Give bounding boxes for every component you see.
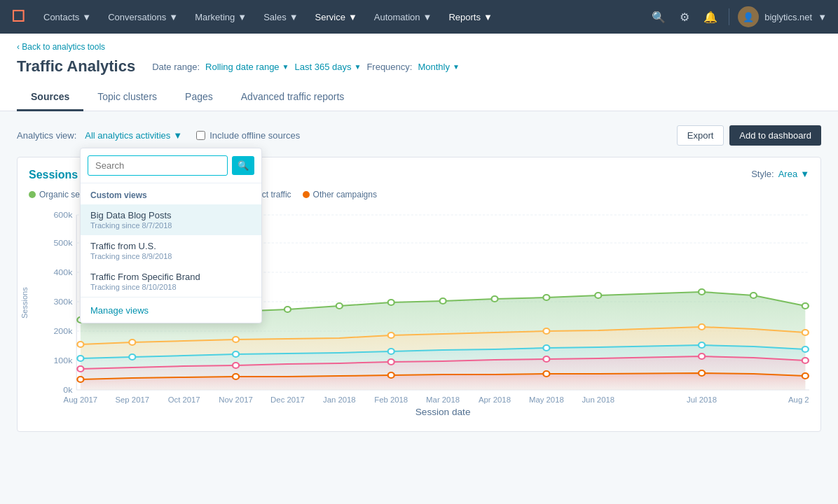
dropdown-item-brand-traffic[interactable]: Traffic From Specific Brand Tracking sin…	[81, 266, 261, 297]
svg-point-58	[699, 370, 705, 376]
page-title: Traffic Analytics	[17, 57, 135, 76]
chevron-down-icon: ▼	[173, 130, 182, 141]
svg-text:Aug 2018: Aug 2018	[788, 396, 809, 404]
svg-point-45	[802, 346, 809, 352]
svg-point-51	[699, 354, 705, 359]
svg-point-59	[802, 373, 809, 379]
hubspot-logo[interactable]: ☐	[11, 8, 25, 26]
svg-point-27	[699, 289, 705, 295]
nav-divider	[729, 8, 729, 25]
svg-point-24	[491, 296, 497, 302]
svg-point-47	[77, 366, 83, 372]
svg-text:Jul 2018: Jul 2018	[687, 396, 717, 404]
tab-advanced[interactable]: Advanced traffic reports	[227, 84, 359, 111]
add-to-dashboard-button[interactable]: Add to dashboard	[729, 125, 821, 146]
nav-marketing[interactable]: Marketing ▼	[188, 8, 254, 27]
tab-pages[interactable]: Pages	[171, 84, 227, 111]
subheader: Back to analytics tools Traffic Analytic…	[0, 34, 838, 111]
svg-text:Dec 2017: Dec 2017	[270, 396, 305, 404]
svg-point-23	[440, 298, 446, 304]
settings-icon[interactable]: ⚙	[677, 8, 692, 27]
nav-automation[interactable]: Automation ▼	[367, 8, 439, 27]
svg-text:0k: 0k	[63, 386, 72, 394]
svg-point-39	[77, 356, 83, 361]
svg-point-28	[750, 293, 757, 298]
svg-point-35	[543, 328, 549, 334]
svg-text:Jan 2018: Jan 2018	[323, 396, 356, 404]
svg-text:400k: 400k	[53, 268, 72, 276]
style-selector: Style: Area ▼	[751, 169, 809, 179]
filter-row: Date range: Rolling date range ▼ Last 36…	[152, 62, 460, 72]
manage-views-link[interactable]: Manage views	[90, 305, 149, 316]
svg-point-54	[77, 377, 83, 382]
svg-text:Oct 2017: Oct 2017	[168, 396, 200, 404]
tab-sources[interactable]: Sources	[17, 84, 83, 111]
tabs: Sources Topic clusters Pages Advanced tr…	[17, 84, 821, 111]
top-navigation: ☐ Contacts ▼ Conversations ▼ Marketing ▼…	[0, 0, 838, 34]
svg-point-48	[233, 363, 239, 368]
svg-text:Sep 2017: Sep 2017	[115, 396, 149, 404]
analytics-actions: Export Add to dashboard	[677, 125, 821, 146]
legend-other-campaigns: Other campaigns	[303, 190, 377, 200]
search-input[interactable]	[88, 155, 228, 176]
user-menu[interactable]: 👤 biglytics.net ▼	[738, 6, 827, 27]
analytics-bar: Analytics view: All analytics activities…	[17, 125, 821, 146]
svg-point-33	[233, 337, 239, 342]
avatar: 👤	[738, 6, 759, 27]
dropdown-footer: Manage views	[81, 297, 261, 323]
svg-text:Nov 2017: Nov 2017	[219, 396, 253, 404]
breadcrumb[interactable]: Back to analytics tools	[17, 42, 821, 52]
export-button[interactable]: Export	[677, 125, 724, 146]
search-icon[interactable]: 🔍	[232, 156, 254, 175]
svg-point-32	[129, 340, 135, 345]
search-icon[interactable]: 🔍	[649, 8, 668, 27]
svg-text:Mar 2018: Mar 2018	[426, 396, 460, 404]
nav-reports[interactable]: Reports ▼	[441, 8, 499, 27]
svg-point-26	[595, 293, 601, 298]
nav-conversations[interactable]: Conversations ▼	[101, 8, 185, 27]
nav-service[interactable]: Service ▼	[308, 8, 364, 27]
svg-point-56	[388, 372, 394, 378]
analytics-view-dropdown[interactable]: All analytics activities ▼	[85, 130, 182, 141]
chevron-down-icon: ▼	[800, 169, 809, 179]
svg-point-57	[543, 371, 549, 377]
page-title-row: Traffic Analytics Date range: Rolling da…	[17, 57, 821, 76]
date-range-label: Date range:	[152, 62, 200, 72]
svg-point-20	[284, 307, 291, 312]
frequency-dropdown[interactable]: Monthly ▼	[418, 62, 459, 72]
chevron-down-icon: ▼	[453, 63, 460, 71]
svg-text:100k: 100k	[53, 356, 72, 365]
svg-point-29	[802, 303, 809, 309]
custom-views-section-label: Custom views	[81, 183, 261, 204]
dropdown-item-us-traffic[interactable]: Traffic from U.S. Tracking since 8/9/201…	[81, 235, 261, 266]
svg-point-55	[233, 374, 239, 379]
dropdown-list: Custom views Big Data Blog Posts Trackin…	[81, 183, 261, 297]
chevron-down-icon: ▼	[282, 63, 289, 71]
svg-point-40	[129, 354, 135, 360]
period-dropdown[interactable]: Last 365 days ▼	[295, 62, 362, 72]
svg-point-52	[802, 358, 809, 363]
svg-point-25	[543, 295, 549, 300]
dropdown-item-big-data[interactable]: Big Data Blog Posts Tracking since 8/7/2…	[81, 204, 261, 235]
offline-sources-checkbox[interactable]	[196, 131, 205, 140]
offline-sources-label: Include offline sources	[196, 130, 300, 141]
svg-text:600k: 600k	[53, 211, 72, 219]
notifications-icon[interactable]: 🔔	[701, 8, 720, 27]
analytics-view-label: Analytics view:	[17, 130, 76, 141]
style-dropdown[interactable]: Area ▼	[778, 169, 809, 179]
svg-point-31	[77, 342, 83, 347]
svg-text:300k: 300k	[53, 298, 72, 306]
svg-text:500k: 500k	[53, 239, 72, 247]
date-range-dropdown[interactable]: Rolling date range ▼	[205, 62, 289, 72]
topnav-right: 🔍 ⚙ 🔔 👤 biglytics.net ▼	[649, 6, 827, 27]
tab-topic-clusters[interactable]: Topic clusters	[83, 84, 171, 111]
nav-contacts[interactable]: Contacts ▼	[36, 8, 98, 27]
nav-sales[interactable]: Sales ▼	[256, 8, 305, 27]
svg-point-42	[388, 349, 394, 354]
svg-text:Jun 2018: Jun 2018	[582, 396, 614, 404]
analytics-view-dropdown-panel: 🔍 Custom views Big Data Blog Posts Track…	[80, 148, 262, 323]
svg-text:Feb 2018: Feb 2018	[374, 396, 408, 404]
chevron-down-icon: ▼	[354, 63, 361, 71]
svg-text:200k: 200k	[53, 327, 72, 335]
svg-text:Aug 2017: Aug 2017	[64, 396, 98, 404]
